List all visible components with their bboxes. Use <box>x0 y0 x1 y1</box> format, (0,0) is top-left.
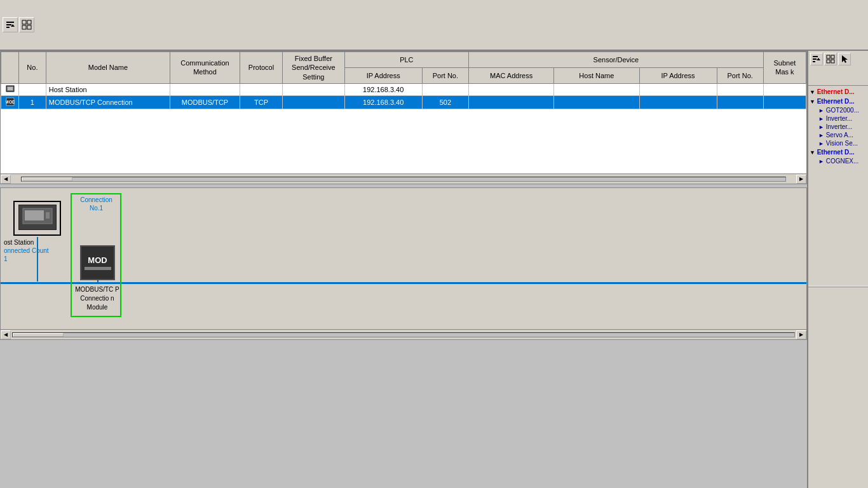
svg-rect-14 <box>25 210 44 220</box>
scrollbar-thumb[interactable] <box>22 177 72 181</box>
row-model-name: MODBUS/TCP Connection <box>46 95 170 109</box>
svg-rect-1 <box>6 24 11 25</box>
connection-table: No. Model Name Communication Method Prot… <box>0 51 807 184</box>
row-plc-port <box>422 83 468 95</box>
col-header-model-name: Model Name <box>46 52 170 84</box>
table-row[interactable]: MOD 1 MODBUS/TCP Connection MODBUS/TCP T… <box>1 95 806 109</box>
row-no: 1 <box>19 95 46 109</box>
col-header-no: No. <box>19 52 46 84</box>
expand-icon-3: ▼ <box>810 149 815 156</box>
svg-rect-22 <box>827 60 830 63</box>
diag-scrollbar-thumb[interactable] <box>13 333 64 337</box>
row-sensor-host <box>554 95 639 109</box>
row-sensor-ip <box>639 95 717 109</box>
col-header-protocol: Protocol <box>240 52 282 84</box>
grid-view-button[interactable] <box>824 53 837 65</box>
row-fixed-buffer <box>283 83 345 95</box>
diag-scrollbar-track[interactable] <box>12 332 795 337</box>
col-header-sensor-port: Port No. <box>717 67 763 83</box>
host-station-box <box>13 201 61 236</box>
svg-rect-18 <box>813 61 815 62</box>
col-header-sensor-ip: IP Address <box>639 67 717 83</box>
svg-rect-23 <box>831 60 834 63</box>
svg-rect-7 <box>27 25 31 29</box>
cursor-button[interactable] <box>838 53 851 65</box>
tree-item-got2000[interactable]: ► GOT2000... <box>810 106 867 114</box>
row-subnet <box>763 95 806 109</box>
mod-vert-line <box>97 280 98 284</box>
tree-item-ethernet-1[interactable]: ▼ Ethernet D... <box>810 87 867 97</box>
svg-rect-2 <box>6 27 10 28</box>
tree-item-inverter-1[interactable]: ► Inverter... <box>810 114 867 123</box>
col-header-sensor-host: Host Name <box>554 67 639 83</box>
mod-label: MOD <box>88 255 107 265</box>
row-plc-ip: 192.168.3.40 <box>344 95 422 109</box>
right-panel-divider <box>808 286 868 287</box>
right-tree: ▼ Ethernet D... ▼ Ethernet D... ► GOT200… <box>808 86 868 166</box>
blue-bus-line <box>1 282 806 284</box>
row-sensor-mac <box>468 95 553 109</box>
row-subnet <box>763 83 806 95</box>
svg-marker-24 <box>842 55 848 63</box>
row-fixed-buffer <box>283 95 345 109</box>
tree-item-vision[interactable]: ► Vision Se... <box>810 139 867 147</box>
svg-rect-17 <box>813 58 817 60</box>
sort-down-button[interactable] <box>810 53 823 65</box>
scroll-right-btn[interactable]: ▶ <box>796 175 806 184</box>
diag-scroll-right[interactable]: ▶ <box>796 330 806 339</box>
tree-item-ethernet-2[interactable]: ▼ Ethernet D... <box>810 97 867 106</box>
col-header-sensor-mac: MAC Address <box>468 67 553 83</box>
mod-box: MOD <box>80 245 115 280</box>
svg-text:MOD: MOD <box>6 100 15 104</box>
scroll-left-btn[interactable]: ◀ <box>1 175 11 184</box>
svg-rect-5 <box>27 20 31 24</box>
grid: No. Model Name Communication Method Prot… <box>1 51 806 109</box>
col-header-subnet: Subnet Mas k <box>763 52 806 84</box>
table-hscroll[interactable]: ◀ ▶ <box>1 173 806 184</box>
col-header-checkbox <box>1 52 19 84</box>
svg-rect-15 <box>46 212 50 219</box>
col-header-comm-method: Communication Method <box>170 52 240 84</box>
row-comm-method <box>170 83 240 95</box>
row-icon <box>1 83 19 95</box>
svg-rect-0 <box>6 22 14 23</box>
diagram-area: ost Station onnected Count 1 Connection … <box>0 187 807 340</box>
row-protocol: TCP <box>240 95 282 109</box>
row-sensor-port <box>717 83 763 95</box>
row-comm-method: MODBUS/TCP <box>170 95 240 109</box>
row-sensor-host <box>554 83 639 95</box>
expand-icon-2: ▼ <box>810 98 815 105</box>
row-sensor-ip <box>639 83 717 95</box>
top-toolbar <box>0 0 868 51</box>
row-model-name: Host Station <box>46 83 170 95</box>
right-panel: ▼ Ethernet D... ▼ Ethernet D... ► GOT200… <box>807 51 868 488</box>
mod-desc: MODBUS/TC P Connectio n Module <box>72 285 123 312</box>
svg-rect-10 <box>7 92 13 92</box>
tree-item-ethernet-3[interactable]: ▼ Ethernet D... <box>810 147 867 157</box>
tree-item-inverter-2[interactable]: ► Inverter... <box>810 123 867 131</box>
connected-count-label: onnected Count <box>4 247 49 254</box>
svg-rect-20 <box>827 55 830 58</box>
sort-button[interactable] <box>3 17 18 32</box>
connection-label: Connection No.1 <box>76 196 117 212</box>
count-value: 1 <box>4 255 8 262</box>
diagram-hscroll[interactable]: ◀ ▶ <box>1 329 806 339</box>
svg-rect-21 <box>831 55 834 58</box>
row-no <box>19 83 46 95</box>
host-label: ost Station <box>4 239 34 246</box>
mod-connector <box>85 267 111 270</box>
right-panel-toolbar <box>808 51 868 86</box>
row-plc-ip: 192.168.3.40 <box>344 83 422 95</box>
svg-rect-6 <box>22 25 26 29</box>
diag-scroll-left[interactable]: ◀ <box>1 330 11 339</box>
tree-item-cognex[interactable]: ► COGNEX... <box>810 157 867 165</box>
col-header-fixed-buffer: Fixed Buffer Send/Receive Setting <box>283 52 345 84</box>
tree-item-servo[interactable]: ► Servo A... <box>810 131 867 139</box>
scrollbar-track[interactable] <box>21 177 786 182</box>
host-vert-line <box>37 237 38 281</box>
grid-button[interactable] <box>19 17 34 32</box>
row-protocol <box>240 83 282 95</box>
row-sensor-port <box>717 95 763 109</box>
table-row[interactable]: Host Station 192.168.3.40 <box>1 83 806 95</box>
row-plc-port: 502 <box>422 95 468 109</box>
